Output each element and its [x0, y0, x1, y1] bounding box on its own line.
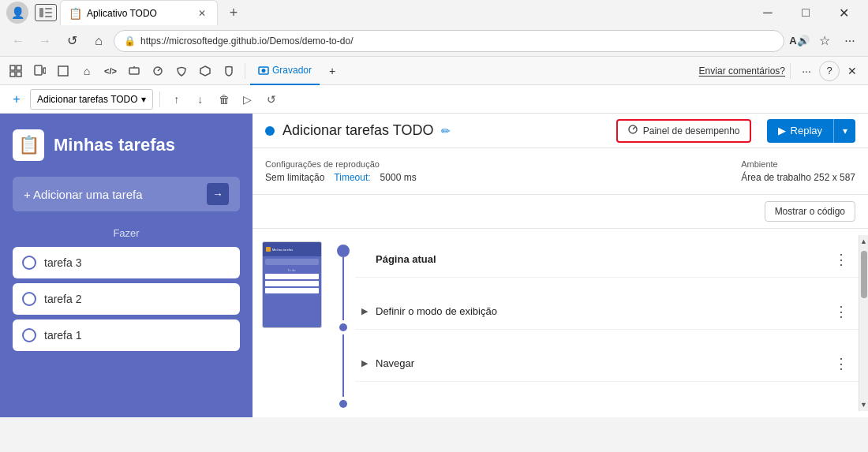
task-item: tarefa 1	[13, 319, 240, 351]
favorites-button[interactable]: ☆	[813, 29, 836, 53]
application-button[interactable]	[194, 60, 216, 82]
devtools-content: Adicionar tarefas TODO ✏ Painel de desem…	[253, 114, 868, 417]
steps-area: Minhas tarefas To do:	[253, 229, 868, 417]
profile-icon[interactable]: 👤	[6, 2, 28, 24]
step-context-menu-icon[interactable]: ⋮	[834, 252, 849, 267]
memory-button[interactable]	[170, 60, 193, 82]
env-label: Ambiente	[741, 159, 855, 169]
main-content: 📋 Minhas tarefas + Adicionar uma tarefa …	[0, 114, 868, 417]
steps-list: Página atual ⋮ ▶ Definir o modo de exibi…	[355, 235, 859, 411]
svg-rect-11	[129, 68, 139, 74]
network-button[interactable]	[123, 60, 145, 82]
help-button[interactable]: ?	[819, 61, 840, 81]
browser-tab[interactable]: 📋 Aplicativo TODO ✕	[60, 0, 218, 25]
delete-button[interactable]: 🗑	[214, 89, 234, 110]
sidebar-toggle[interactable]	[35, 4, 57, 21]
recording-name: Adicionar tarefas TODO	[37, 94, 138, 105]
replay-dropdown-button[interactable]: ▾	[833, 119, 855, 143]
devtools-toolbar: ⌂ </> Gravador + Enviar comentários? ···…	[0, 57, 868, 85]
timeline-dot-start	[337, 245, 350, 257]
task-checkbox[interactable]	[22, 328, 36, 342]
step-item-navigate[interactable]: ▶ Navegar ⋮	[355, 346, 859, 382]
toolbar-separator2	[790, 63, 791, 79]
refresh-button[interactable]: ↺	[60, 29, 84, 53]
more-button[interactable]: ···	[838, 29, 862, 53]
task-item: tarefa 3	[13, 247, 240, 278]
app-panel: 📋 Minhas tarefas + Adicionar uma tarefa …	[0, 114, 253, 417]
play-button[interactable]: ▷	[238, 89, 258, 110]
step-context-menu-icon[interactable]: ⋮	[834, 304, 849, 319]
preview-favicon	[266, 247, 271, 252]
close-button[interactable]: ✕	[825, 0, 862, 25]
scroll-thumb[interactable]	[861, 251, 867, 298]
task-checkbox[interactable]	[22, 292, 36, 306]
download-button[interactable]: ↓	[190, 89, 211, 110]
back-button[interactable]: ←	[6, 29, 30, 53]
home-button[interactable]: ⌂	[87, 29, 110, 53]
read-aloud-button[interactable]: A🔊	[788, 29, 811, 53]
edit-title-icon[interactable]: ✏	[441, 125, 451, 137]
sources-button[interactable]: </>	[99, 60, 122, 82]
replay-recording-button[interactable]: ↺	[261, 89, 282, 110]
lock-icon: 🔒	[124, 35, 136, 47]
recording-title: Adicionar tarefas TODO	[282, 122, 433, 139]
screenshot-preview: Minhas tarefas To do:	[253, 235, 331, 411]
preview-task2	[265, 281, 319, 286]
maximize-button[interactable]: □	[788, 0, 824, 25]
timeline-line2	[342, 334, 344, 398]
step-item-current-page[interactable]: Página atual ⋮	[355, 241, 859, 278]
replay-button[interactable]: ▶ Replay	[767, 119, 833, 143]
more-tools-button[interactable]: ···	[795, 60, 817, 82]
tab-close-button[interactable]: ✕	[195, 6, 209, 21]
step-item-display-mode[interactable]: ▶ Definir o modo de exibição ⋮	[355, 293, 859, 330]
task-label: tarefa 1	[44, 329, 81, 342]
scroll-up-arrow[interactable]: ▲	[859, 235, 869, 248]
app-title: Minhas tarefas	[54, 135, 175, 155]
show-code-area: Mostrar o código	[253, 195, 868, 229]
upload-button[interactable]: ↑	[166, 89, 187, 110]
step-context-menu-icon[interactable]: ⋮	[834, 357, 849, 371]
home-devtools-button[interactable]: ⌂	[76, 60, 98, 82]
app-header: 📋 Minhas tarefas	[13, 129, 240, 161]
add-task-arrow-icon: →	[207, 183, 229, 205]
task-label: tarefa 3	[44, 256, 81, 269]
recording-selector[interactable]: Adicionar tarefas TODO ▾	[30, 89, 153, 110]
address-bar[interactable]: 🔒 https://microsoftedge.github.io/Demos/…	[114, 30, 784, 52]
close-devtools-button[interactable]: ✕	[841, 60, 863, 82]
device-emulation-button[interactable]	[28, 60, 51, 82]
config-col: Configurações de reprodução Sem limitaçã…	[265, 159, 417, 183]
app-logo-icon: 📋	[18, 135, 39, 155]
forward-button[interactable]: →	[33, 29, 57, 53]
performance-panel-button[interactable]: Painel de desempenho	[616, 119, 751, 143]
preview-section: To do:	[265, 268, 319, 272]
recorder-tab[interactable]: Gravador	[250, 57, 320, 85]
new-tab-button[interactable]: +	[221, 0, 246, 25]
scroll-down-arrow[interactable]: ▼	[859, 398, 869, 411]
svg-rect-6	[10, 72, 15, 77]
timeline	[331, 235, 355, 411]
show-code-button[interactable]: Mostrar o código	[765, 201, 855, 222]
security-button[interactable]	[218, 60, 240, 82]
app-logo: 📋	[13, 129, 44, 161]
svg-rect-10	[58, 66, 68, 76]
config-row: Configurações de reprodução Sem limitaçã…	[265, 159, 855, 183]
minimize-button[interactable]: ─	[750, 0, 786, 25]
performance-button[interactable]	[147, 60, 169, 82]
add-recording-button[interactable]: +	[6, 89, 27, 110]
inspect-button[interactable]	[5, 60, 27, 82]
feedback-link[interactable]: Enviar comentários?	[699, 65, 785, 77]
preview-add-btn	[265, 259, 319, 265]
task-item: tarefa 2	[13, 283, 240, 315]
recording-indicator	[265, 126, 275, 136]
elements-panel-button[interactable]	[52, 60, 74, 82]
svg-rect-9	[43, 68, 46, 73]
step-label: Definir o modo de exibição	[376, 305, 834, 317]
timeout-value: 5000 ms	[380, 172, 417, 183]
svg-rect-3	[45, 16, 52, 17]
tab-title: Aplicativo TODO	[87, 8, 157, 19]
svg-line-18	[633, 127, 635, 129]
add-panel-button[interactable]: +	[321, 60, 343, 82]
scrollbar[interactable]: ▲ ▼	[859, 235, 868, 411]
task-checkbox[interactable]	[22, 256, 36, 270]
add-task-button[interactable]: + Adicionar uma tarefa →	[13, 177, 240, 211]
